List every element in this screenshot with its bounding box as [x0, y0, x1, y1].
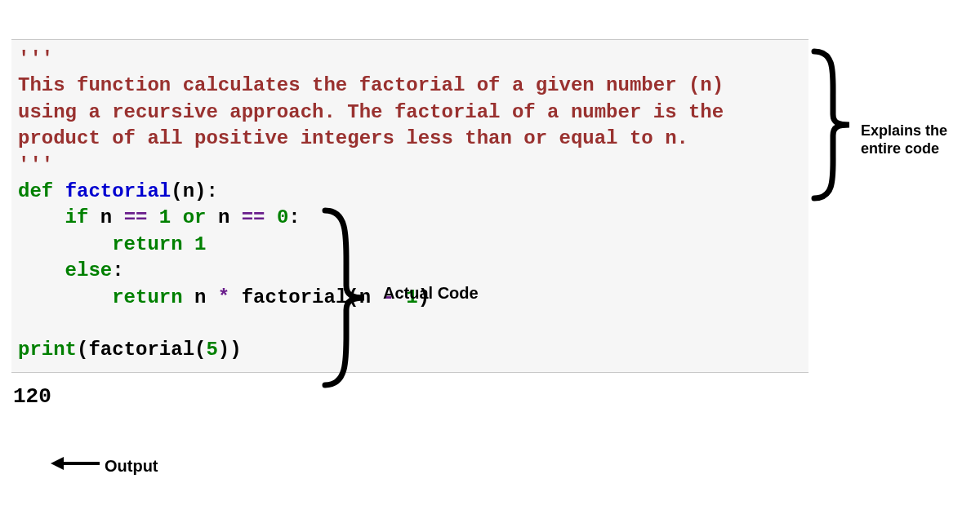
call: factorial(n	[242, 286, 371, 308]
op-eq: ==	[242, 206, 265, 228]
docstring-line: product of all positive integers less th…	[18, 127, 688, 149]
num: 1	[194, 233, 206, 255]
kw-def: def	[18, 180, 53, 202]
builtin-print: print	[18, 339, 77, 361]
colon: :	[112, 259, 123, 281]
kw-return: return	[112, 286, 182, 308]
kw-else: else	[65, 259, 113, 281]
output-value: 120	[13, 384, 980, 409]
docstring-close: '''	[18, 154, 53, 176]
var: n	[194, 286, 206, 308]
colon: :	[288, 206, 300, 228]
func-name: factorial	[65, 180, 172, 202]
op-star: *	[218, 286, 229, 308]
num: 5	[206, 339, 217, 361]
var: n	[100, 206, 112, 228]
docstring-line: using a recursive approach. The factoria…	[18, 101, 724, 123]
svg-marker-1	[51, 457, 64, 470]
kw-or: or	[183, 206, 207, 228]
annotation-output: Output	[105, 457, 158, 476]
brace-icon	[810, 47, 859, 202]
arrow-icon	[51, 453, 101, 478]
print-arg-open: (factorial(	[77, 339, 206, 361]
kw-if: if	[65, 206, 89, 228]
num: 1	[159, 206, 171, 228]
docstring-line: This function calculates the factorial o…	[18, 74, 724, 96]
annotation-explains: Explains the entire code	[861, 122, 980, 157]
signature: (n):	[171, 180, 218, 202]
kw-return: return	[112, 233, 182, 255]
docstring-open: '''	[18, 48, 53, 70]
num: 0	[277, 206, 288, 228]
annotation-actual: Actual Code	[383, 284, 479, 303]
var: n	[218, 206, 229, 228]
print-close: ))	[218, 339, 242, 361]
code-block: ''' This function calculates the factori…	[11, 39, 808, 373]
op-eq: ==	[124, 206, 148, 228]
